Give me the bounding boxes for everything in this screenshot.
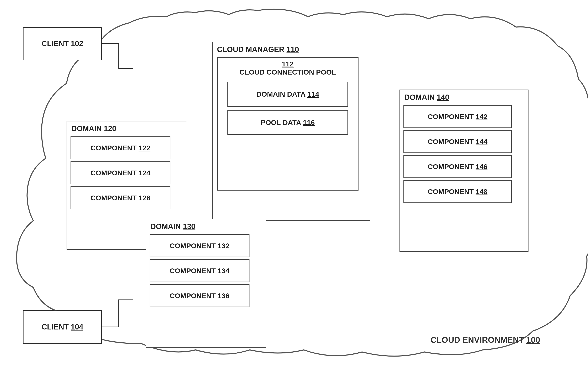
pool-data-label: POOL DATA 116 <box>261 119 315 127</box>
cloud-connection-pool-box: 112 CLOUD CONNECTION POOL DOMAIN DATA 11… <box>217 57 358 190</box>
component-132-box: COMPONENT 132 <box>150 234 249 257</box>
component-124-box: COMPONENT 124 <box>71 162 170 184</box>
component-146-box: COMPONENT 146 <box>403 155 512 178</box>
component-136-box: COMPONENT 136 <box>150 284 249 307</box>
cloud-env-label: CLOUD ENVIRONMENT 100 <box>431 335 540 345</box>
pool-title: 112 CLOUD CONNECTION POOL <box>218 58 358 78</box>
domain-140-title: DOMAIN 140 <box>400 90 528 103</box>
component-144-label: COMPONENT 144 <box>428 138 487 146</box>
component-144-box: COMPONENT 144 <box>403 130 512 153</box>
component-134-box: COMPONENT 134 <box>150 259 249 282</box>
component-148-box: COMPONENT 148 <box>403 180 512 203</box>
diagram-container: CLIENT 102 CLIENT 104 DOMAIN 120 COMPONE… <box>0 0 588 378</box>
client-104-label: CLIENT 104 <box>42 322 83 331</box>
component-142-label: COMPONENT 142 <box>428 113 487 121</box>
client-102-label: CLIENT 102 <box>42 39 83 48</box>
component-148-label: COMPONENT 148 <box>428 188 487 196</box>
component-126-box: COMPONENT 126 <box>71 186 170 209</box>
cloud-manager-title: CLOUD MANAGER 110 <box>213 42 370 55</box>
component-132-label: COMPONENT 132 <box>170 242 229 250</box>
component-142-box: COMPONENT 142 <box>403 105 512 128</box>
component-136-label: COMPONENT 136 <box>170 292 229 300</box>
domain-130-box: DOMAIN 130 COMPONENT 132 COMPONENT 134 C… <box>146 219 266 348</box>
client-104-box: CLIENT 104 <box>23 310 102 344</box>
client-102-box: CLIENT 102 <box>23 27 102 60</box>
component-122-label: COMPONENT 122 <box>90 144 150 152</box>
pool-data-box: POOL DATA 116 <box>227 110 348 135</box>
domain-120-title: DOMAIN 120 <box>67 122 187 134</box>
component-126-label: COMPONENT 126 <box>90 194 150 202</box>
component-134-label: COMPONENT 134 <box>170 267 229 275</box>
component-146-label: COMPONENT 146 <box>428 163 487 171</box>
domain-140-box: DOMAIN 140 COMPONENT 142 COMPONENT 144 C… <box>399 90 528 252</box>
domain-data-label: DOMAIN DATA 114 <box>256 90 319 98</box>
domain-130-title: DOMAIN 130 <box>146 219 266 232</box>
cloud-manager-box: CLOUD MANAGER 110 112 CLOUD CONNECTION P… <box>212 42 370 221</box>
domain-data-box: DOMAIN DATA 114 <box>227 82 348 107</box>
component-122-box: COMPONENT 122 <box>71 136 170 159</box>
component-124-label: COMPONENT 124 <box>90 169 150 177</box>
